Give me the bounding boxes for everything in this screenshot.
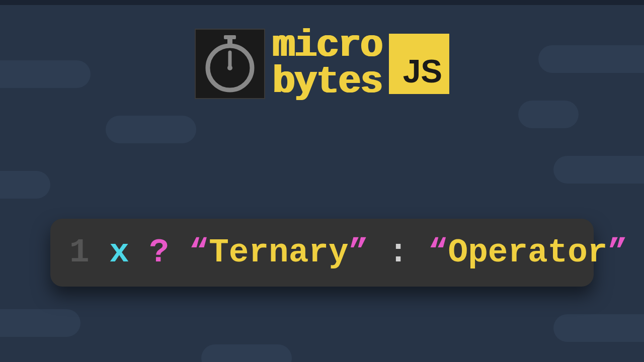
- logo: micro bytes JS: [195, 28, 449, 100]
- bg-decoration: [0, 309, 80, 337]
- code-question-mark: ?: [149, 234, 169, 272]
- svg-rect-1: [227, 38, 232, 44]
- bg-decoration: [106, 116, 196, 143]
- top-bar: [0, 0, 644, 5]
- code-close-quote: ”: [607, 234, 627, 272]
- stopwatch-icon-box: [195, 29, 265, 99]
- code-colon: :: [388, 234, 409, 272]
- bg-decoration: [201, 344, 292, 362]
- bg-decoration: [518, 101, 579, 128]
- code-close-quote: ”: [349, 234, 369, 272]
- svg-point-4: [227, 65, 232, 70]
- code-string-2: Operator: [448, 234, 608, 272]
- bg-decoration: [553, 156, 644, 184]
- code-open-quote: “: [428, 234, 448, 272]
- code-string-1: Ternary: [209, 234, 348, 272]
- bg-decoration: [553, 314, 644, 342]
- logo-text: micro bytes: [272, 28, 382, 100]
- js-badge-text: JS: [403, 53, 442, 90]
- bg-decoration: [538, 45, 644, 73]
- code-block: 1 x ? “Ternary” : “Operator”: [50, 219, 594, 287]
- code-open-quote: “: [189, 234, 209, 272]
- code-variable: x: [109, 234, 129, 272]
- line-number: 1: [69, 234, 90, 272]
- bg-decoration: [0, 171, 50, 199]
- code-line: 1 x ? “Ternary” : “Operator”: [69, 234, 627, 272]
- stopwatch-icon: [205, 35, 255, 93]
- js-badge: JS: [389, 34, 449, 94]
- logo-word-2: bytes: [272, 64, 382, 100]
- bg-decoration: [0, 60, 91, 88]
- logo-word-1: micro: [272, 28, 382, 64]
